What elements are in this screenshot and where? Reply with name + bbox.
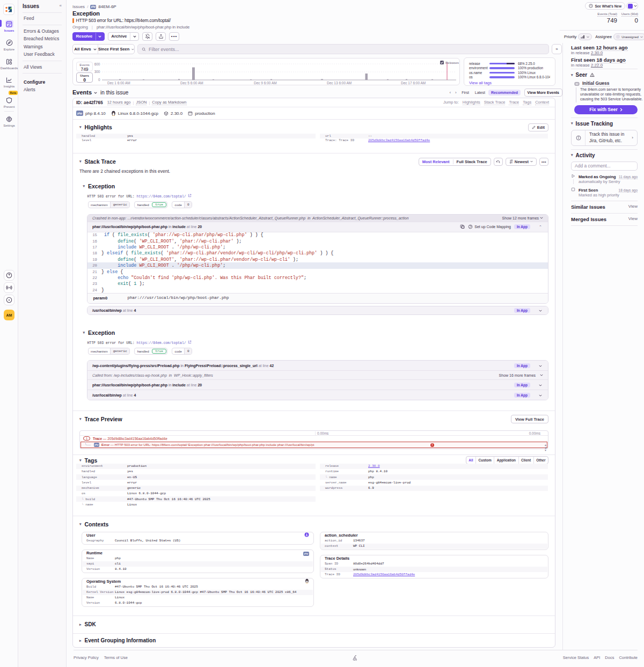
svg-text:600: 600 (94, 62, 100, 66)
svg-text:Dec 1 6:00 AM: Dec 1 6:00 AM (107, 81, 130, 85)
svg-text:Dec 9 6:00 AM: Dec 9 6:00 AM (254, 81, 277, 85)
svg-text:Releases: Releases (445, 61, 459, 64)
svg-text:300: 300 (94, 70, 100, 74)
svg-text:Dec 5 6:00 AM: Dec 5 6:00 AM (180, 81, 203, 85)
svg-text:Dec 17 6:00 AM: Dec 17 6:00 AM (401, 81, 426, 85)
svg-text:Dec 13 6:00 AM: Dec 13 6:00 AM (327, 81, 352, 85)
svg-text:0: 0 (98, 78, 100, 82)
